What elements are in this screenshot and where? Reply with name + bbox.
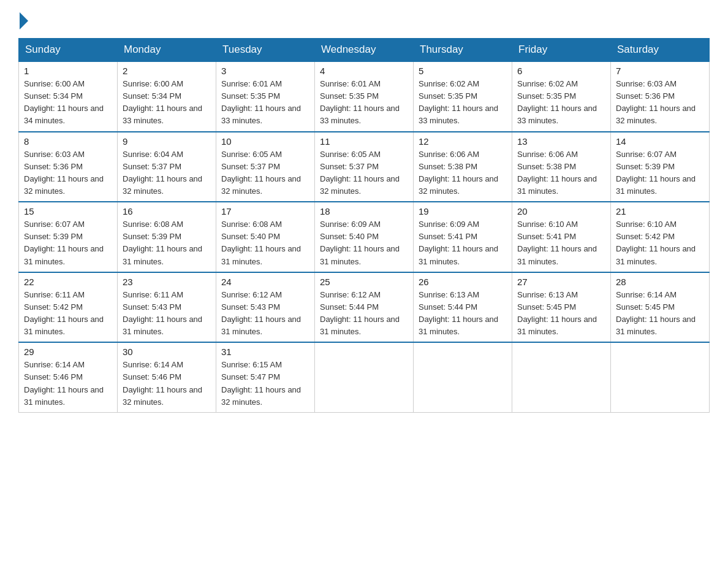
calendar-cell: 11 Sunrise: 6:05 AMSunset: 5:37 PMDaylig… (315, 132, 414, 202)
day-number: 18 (320, 206, 408, 216)
calendar-cell (315, 342, 414, 412)
calendar-header-row: SundayMondayTuesdayWednesdayThursdayFrid… (19, 39, 710, 62)
calendar-cell: 24 Sunrise: 6:12 AMSunset: 5:43 PMDaylig… (216, 272, 315, 343)
calendar-cell: 15 Sunrise: 6:07 AMSunset: 5:39 PMDaylig… (19, 202, 118, 272)
day-info: Sunrise: 6:06 AMSunset: 5:38 PMDaylight:… (419, 150, 498, 196)
calendar-cell: 21 Sunrise: 6:10 AMSunset: 5:42 PMDaylig… (611, 202, 710, 272)
day-number: 29 (24, 347, 112, 357)
day-info: Sunrise: 6:02 AMSunset: 5:35 PMDaylight:… (419, 79, 498, 125)
day-info: Sunrise: 6:06 AMSunset: 5:38 PMDaylight:… (517, 150, 597, 196)
calendar-cell: 10 Sunrise: 6:05 AMSunset: 5:37 PMDaylig… (216, 132, 315, 202)
logo-arrow-icon (20, 12, 28, 29)
calendar-header-saturday: Saturday (611, 39, 710, 62)
day-info: Sunrise: 6:10 AMSunset: 5:41 PMDaylight:… (517, 220, 597, 266)
calendar-cell: 7 Sunrise: 6:03 AMSunset: 5:36 PMDayligh… (611, 61, 710, 132)
calendar-cell: 16 Sunrise: 6:08 AMSunset: 5:39 PMDaylig… (118, 202, 216, 272)
day-number: 31 (221, 347, 309, 357)
day-number: 9 (123, 136, 211, 147)
calendar-cell: 5 Sunrise: 6:02 AMSunset: 5:35 PMDayligh… (414, 61, 512, 132)
day-number: 11 (320, 136, 408, 147)
day-number: 27 (517, 277, 605, 287)
day-info: Sunrise: 6:12 AMSunset: 5:43 PMDaylight:… (221, 290, 301, 336)
calendar-header-monday: Monday (118, 39, 216, 62)
day-info: Sunrise: 6:15 AMSunset: 5:47 PMDaylight:… (221, 360, 301, 406)
day-info: Sunrise: 6:12 AMSunset: 5:44 PMDaylight:… (320, 290, 400, 336)
calendar-table: SundayMondayTuesdayWednesdayThursdayFrid… (18, 38, 710, 413)
day-number: 10 (221, 136, 309, 147)
day-info: Sunrise: 6:00 AMSunset: 5:34 PMDaylight:… (24, 79, 104, 125)
day-info: Sunrise: 6:14 AMSunset: 5:45 PMDaylight:… (616, 290, 696, 336)
calendar-cell: 3 Sunrise: 6:01 AMSunset: 5:35 PMDayligh… (216, 61, 315, 132)
calendar-cell: 1 Sunrise: 6:00 AMSunset: 5:34 PMDayligh… (19, 61, 118, 132)
day-number: 4 (320, 66, 408, 76)
calendar-cell: 26 Sunrise: 6:13 AMSunset: 5:44 PMDaylig… (414, 272, 512, 343)
calendar-cell (611, 342, 710, 412)
day-number: 28 (616, 277, 704, 287)
day-number: 5 (419, 66, 507, 76)
day-info: Sunrise: 6:09 AMSunset: 5:41 PMDaylight:… (419, 220, 498, 266)
day-number: 17 (221, 206, 309, 216)
calendar-week-row: 15 Sunrise: 6:07 AMSunset: 5:39 PMDaylig… (19, 202, 710, 272)
day-number: 2 (123, 66, 211, 76)
day-info: Sunrise: 6:04 AMSunset: 5:37 PMDaylight:… (123, 150, 202, 196)
calendar-cell: 6 Sunrise: 6:02 AMSunset: 5:35 PMDayligh… (512, 61, 611, 132)
calendar-cell: 14 Sunrise: 6:07 AMSunset: 5:39 PMDaylig… (611, 132, 710, 202)
day-number: 1 (24, 66, 112, 76)
day-number: 21 (616, 206, 704, 216)
day-number: 22 (24, 277, 112, 287)
day-number: 24 (221, 277, 309, 287)
calendar-week-row: 1 Sunrise: 6:00 AMSunset: 5:34 PMDayligh… (19, 61, 710, 132)
day-info: Sunrise: 6:03 AMSunset: 5:36 PMDaylight:… (24, 150, 104, 196)
day-info: Sunrise: 6:01 AMSunset: 5:35 PMDaylight:… (221, 79, 301, 125)
calendar-week-row: 22 Sunrise: 6:11 AMSunset: 5:42 PMDaylig… (19, 272, 710, 343)
day-number: 30 (123, 347, 211, 357)
day-number: 8 (24, 136, 112, 147)
day-info: Sunrise: 6:13 AMSunset: 5:44 PMDaylight:… (419, 290, 498, 336)
calendar-cell: 29 Sunrise: 6:14 AMSunset: 5:46 PMDaylig… (19, 342, 118, 412)
calendar-week-row: 8 Sunrise: 6:03 AMSunset: 5:36 PMDayligh… (19, 132, 710, 202)
day-info: Sunrise: 6:08 AMSunset: 5:39 PMDaylight:… (123, 220, 202, 266)
calendar-cell: 31 Sunrise: 6:15 AMSunset: 5:47 PMDaylig… (216, 342, 315, 412)
calendar-cell: 13 Sunrise: 6:06 AMSunset: 5:38 PMDaylig… (512, 132, 611, 202)
calendar-cell: 12 Sunrise: 6:06 AMSunset: 5:38 PMDaylig… (414, 132, 512, 202)
calendar-cell: 25 Sunrise: 6:12 AMSunset: 5:44 PMDaylig… (315, 272, 414, 343)
day-number: 20 (517, 206, 605, 216)
day-info: Sunrise: 6:00 AMSunset: 5:34 PMDaylight:… (123, 79, 202, 125)
calendar-header-friday: Friday (512, 39, 611, 62)
calendar-header-tuesday: Tuesday (216, 39, 315, 62)
day-number: 16 (123, 206, 211, 216)
calendar-cell: 18 Sunrise: 6:09 AMSunset: 5:40 PMDaylig… (315, 202, 414, 272)
day-number: 15 (24, 206, 112, 216)
calendar-week-row: 29 Sunrise: 6:14 AMSunset: 5:46 PMDaylig… (19, 342, 710, 412)
day-number: 13 (517, 136, 605, 147)
calendar-cell: 17 Sunrise: 6:08 AMSunset: 5:40 PMDaylig… (216, 202, 315, 272)
day-info: Sunrise: 6:09 AMSunset: 5:40 PMDaylight:… (320, 220, 400, 266)
day-number: 19 (419, 206, 507, 216)
calendar-cell: 8 Sunrise: 6:03 AMSunset: 5:36 PMDayligh… (19, 132, 118, 202)
calendar-cell: 19 Sunrise: 6:09 AMSunset: 5:41 PMDaylig… (414, 202, 512, 272)
day-info: Sunrise: 6:05 AMSunset: 5:37 PMDaylight:… (221, 150, 301, 196)
day-number: 6 (517, 66, 605, 76)
day-info: Sunrise: 6:14 AMSunset: 5:46 PMDaylight:… (123, 360, 202, 406)
calendar-cell: 20 Sunrise: 6:10 AMSunset: 5:41 PMDaylig… (512, 202, 611, 272)
calendar-header-sunday: Sunday (19, 39, 118, 62)
day-number: 12 (419, 136, 507, 147)
day-number: 26 (419, 277, 507, 287)
day-info: Sunrise: 6:02 AMSunset: 5:35 PMDaylight:… (517, 79, 597, 125)
day-number: 3 (221, 66, 309, 76)
day-number: 7 (616, 66, 704, 76)
day-info: Sunrise: 6:05 AMSunset: 5:37 PMDaylight:… (320, 150, 400, 196)
logo (18, 15, 28, 27)
day-info: Sunrise: 6:03 AMSunset: 5:36 PMDaylight:… (616, 79, 696, 125)
day-info: Sunrise: 6:07 AMSunset: 5:39 PMDaylight:… (616, 150, 696, 196)
day-info: Sunrise: 6:14 AMSunset: 5:46 PMDaylight:… (24, 360, 104, 406)
day-info: Sunrise: 6:13 AMSunset: 5:45 PMDaylight:… (517, 290, 597, 336)
page-header (18, 15, 710, 27)
calendar-cell: 22 Sunrise: 6:11 AMSunset: 5:42 PMDaylig… (19, 272, 118, 343)
day-info: Sunrise: 6:07 AMSunset: 5:39 PMDaylight:… (24, 220, 104, 266)
calendar-cell: 30 Sunrise: 6:14 AMSunset: 5:46 PMDaylig… (118, 342, 216, 412)
day-info: Sunrise: 6:10 AMSunset: 5:42 PMDaylight:… (616, 220, 696, 266)
calendar-cell (512, 342, 611, 412)
calendar-cell (414, 342, 512, 412)
day-info: Sunrise: 6:11 AMSunset: 5:42 PMDaylight:… (24, 290, 104, 336)
